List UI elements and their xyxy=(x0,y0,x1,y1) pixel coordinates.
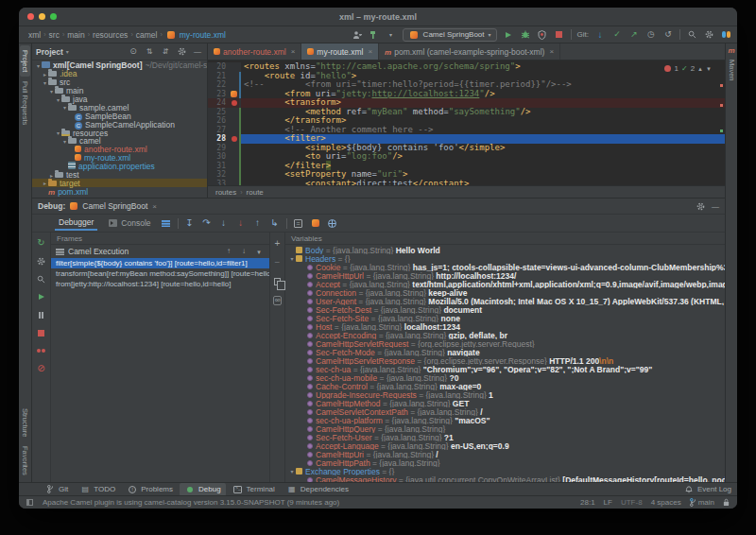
breadcrumb-file[interactable]: my-route.xml xyxy=(180,30,226,40)
lock-icon[interactable] xyxy=(723,498,730,507)
expandall-icon[interactable]: ⇅ xyxy=(144,46,155,58)
tree-chevron-icon[interactable]: ▾ xyxy=(55,129,61,136)
tree-item-main[interactable]: ▾main xyxy=(32,87,207,95)
chev-icon[interactable]: ▾ xyxy=(253,246,265,257)
variable-Accept-Encoding[interactable]: Accept-Encoding = {java.lang.String} gzi… xyxy=(285,331,725,339)
tree-item-SampleCamelApplication[interactable]: CSampleCamelApplication xyxy=(32,120,207,129)
variable-Exchange-Properties[interactable]: ▾Exchange Properties = {} xyxy=(285,467,725,475)
tree-chevron-icon[interactable]: ▾ xyxy=(61,104,68,111)
search-icon[interactable] xyxy=(36,273,47,285)
tool-window-button-todo[interactable]: ▤TODO xyxy=(75,483,120,496)
thread-selector[interactable]: Camel Execution ↑↓▾ xyxy=(51,245,269,258)
tool-window-button-problems[interactable]: !Problems xyxy=(122,483,178,496)
variable-CamelServletContextPath[interactable]: CamelServletContextPath = {java.lang.Str… xyxy=(285,407,725,416)
infinity-icon[interactable]: ∞ xyxy=(272,295,284,306)
minus-icon[interactable]: − xyxy=(272,257,284,268)
debug-tab-console[interactable]: Console xyxy=(103,216,154,231)
editor-tab-another-route.xml[interactable]: another-route.xml× xyxy=(208,43,301,60)
forcestep-icon[interactable]: ↓ xyxy=(235,217,247,229)
stack-frame[interactable]: transform[bean[ref:myBean method:saySome… xyxy=(51,268,269,279)
editor-breadcrumb-routes[interactable]: routes xyxy=(215,188,236,197)
variable-Accept-Language[interactable]: Accept-Language = {java.lang.String} en-… xyxy=(285,441,725,450)
tree-item-resources[interactable]: ▾resources xyxy=(32,129,207,137)
hide-icon[interactable]: — xyxy=(192,46,203,58)
updates-icon[interactable] xyxy=(720,29,731,41)
tool-strip-project[interactable]: Project xyxy=(20,45,30,77)
variable-CamelHttpUrl[interactable]: CamelHttpUrl = {java.lang.String} http:/… xyxy=(285,271,725,280)
tool-window-button-dependencies[interactable]: ▦Dependencies xyxy=(282,483,353,496)
tool-window-toggle-icon[interactable] xyxy=(26,499,33,506)
runtocursor-icon[interactable]: ↳ xyxy=(269,217,281,229)
tree-chevron-icon[interactable]: ▾ xyxy=(42,79,48,86)
coverage-button[interactable] xyxy=(537,29,548,41)
variable-Sec-Fetch-User[interactable]: Sec-Fetch-User = {java.lang.String} ?1 xyxy=(285,433,725,441)
up-icon[interactable]: ↑ xyxy=(223,246,234,257)
variable-Connection[interactable]: Connection = {java.lang.String} keep-ali… xyxy=(285,288,725,297)
caret-position[interactable]: 28:1 xyxy=(580,498,595,507)
viewbp-icon[interactable] xyxy=(36,345,47,356)
variable-sec-ch-ua-platform[interactable]: sec-ch-ua-platform = {java.lang.String} … xyxy=(285,416,725,424)
stepout-icon[interactable]: ↑ xyxy=(252,217,264,229)
mutebp-icon[interactable]: ⊘ xyxy=(36,363,47,374)
tree-chevron-icon[interactable]: ▸ xyxy=(42,71,48,78)
breadcrumb-segment[interactable]: resources xyxy=(93,30,128,40)
tree-chevron-icon[interactable]: ▾ xyxy=(35,62,42,69)
locate-icon[interactable]: ⊙ xyxy=(128,46,139,58)
stop-icon[interactable] xyxy=(36,327,47,338)
tree-chevron-icon[interactable]: ▾ xyxy=(48,88,55,95)
pause-icon[interactable] xyxy=(36,309,47,320)
hide-debug-icon[interactable]: — xyxy=(712,202,719,211)
rerun-icon[interactable]: ↻ xyxy=(36,237,47,249)
variable-sec-ch-ua-mobile[interactable]: sec-ch-ua-mobile = {java.lang.String} ?0 xyxy=(285,373,725,382)
variable-CamelHttpMethod[interactable]: CamelHttpMethod = {java.lang.String} GET xyxy=(285,399,725,407)
file-encoding[interactable]: UTF-8 xyxy=(621,498,643,507)
tree-chevron-icon[interactable]: ▸ xyxy=(42,180,48,186)
variable-Accept[interactable]: Accept = {java.lang.String} text/html,ap… xyxy=(285,280,725,288)
variable-Headers[interactable]: ▾Headers = {} xyxy=(285,254,725,263)
variable-Cache-Control[interactable]: Cache-Control = {java.lang.String} max-a… xyxy=(285,382,725,390)
breadcrumb-segment[interactable]: camel xyxy=(136,30,158,40)
tool-window-button-git[interactable]: Git xyxy=(40,483,73,496)
tree-item-test[interactable]: ▸test xyxy=(32,171,207,180)
close-session-icon[interactable]: × xyxy=(152,202,157,211)
variable-Sec-Fetch-Mode[interactable]: Sec-Fetch-Mode = {java.lang.String} navi… xyxy=(285,348,725,356)
variable-CamelHttpPath[interactable]: CamelHttpPath = {java.lang.String} xyxy=(285,458,725,467)
run-config-selector[interactable]: Camel SpringBoot▾ xyxy=(403,28,497,42)
user-icon[interactable] xyxy=(352,29,363,41)
tree-chevron-icon[interactable]: ▾ xyxy=(61,138,68,145)
stepinto-icon[interactable]: ↓ xyxy=(218,217,230,229)
user-dropdown-icon[interactable]: ▾ xyxy=(386,29,397,41)
showexec-icon[interactable]: ↧ xyxy=(184,217,196,229)
editor-breadcrumb-route[interactable]: route xyxy=(247,188,264,197)
resume-icon[interactable] xyxy=(36,291,47,302)
indent-setting[interactable]: 4 spaces xyxy=(651,498,681,507)
tree-item-pom.xml[interactable]: mpom.xml xyxy=(32,187,207,196)
tree-chevron-icon[interactable]: ▾ xyxy=(288,255,296,262)
breakpoint-icon[interactable] xyxy=(229,134,239,144)
update-icon[interactable]: ↓ xyxy=(594,29,606,41)
hamburger-icon[interactable] xyxy=(161,217,172,229)
line-separator[interactable]: LF xyxy=(604,498,612,507)
rollback-icon[interactable]: ↺ xyxy=(662,29,674,41)
gear-icon[interactable] xyxy=(703,29,714,41)
variable-sec-ch-ua[interactable]: sec-ch-ua = {java.lang.String} "Chromium… xyxy=(285,365,725,373)
variable-CamelMessageHistory[interactable]: CamelMessageHistory = {java.util.concurr… xyxy=(285,475,725,482)
run-button[interactable] xyxy=(503,29,514,41)
debug-tab-debugger[interactable]: Debugger xyxy=(55,216,97,231)
close-tab-icon[interactable]: × xyxy=(549,47,554,56)
breadcrumb-segment[interactable]: src xyxy=(49,30,60,40)
tree-chevron-icon[interactable]: ▾ xyxy=(55,96,61,103)
project-panel-title[interactable]: Project xyxy=(36,47,63,57)
close-tab-icon[interactable]: × xyxy=(368,47,372,56)
commit-icon[interactable]: ✓ xyxy=(611,29,623,41)
stepover-icon[interactable]: ↷ xyxy=(201,217,213,229)
code-editor[interactable]: 20<routes xmlns="http://camel.apache.org… xyxy=(208,60,725,185)
history-icon[interactable]: ◷ xyxy=(645,29,657,41)
event-log-button[interactable]: Event Log xyxy=(683,484,731,495)
stop-button[interactable] xyxy=(554,29,565,41)
variable-CamelHttpServletResponse[interactable]: CamelHttpServletResponse = {org.eclipse.… xyxy=(285,356,725,365)
down-icon[interactable]: ↓ xyxy=(238,246,249,257)
stack-frame[interactable]: filter[simple{${body} contains 'foo'}] [… xyxy=(51,258,269,268)
breadcrumb-segment[interactable]: main xyxy=(67,30,84,40)
tree-item-.idea[interactable]: ▸.idea xyxy=(32,70,207,78)
